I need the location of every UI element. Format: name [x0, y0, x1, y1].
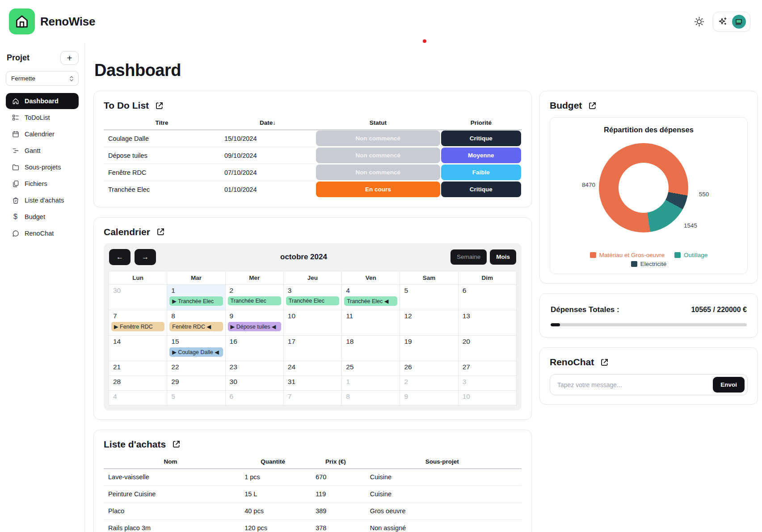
- calendar-event-chip[interactable]: Tranchée Elec: [228, 296, 281, 305]
- calendar-day-cell[interactable]: 5: [167, 390, 225, 405]
- calendar-day-cell[interactable]: 13: [458, 310, 516, 335]
- calendar-week-view-button[interactable]: Semaine: [450, 249, 487, 265]
- calendar-day-cell[interactable]: 6: [225, 390, 283, 405]
- calendar-day-cell[interactable]: 11: [342, 310, 400, 335]
- sidebar-item-todolist[interactable]: ToDoList: [6, 110, 79, 126]
- calendar-day-cell[interactable]: 9▶ Dépose tuiles ◀: [225, 310, 283, 335]
- calendar-day-cell[interactable]: 23: [225, 361, 283, 376]
- sidebar-item-calendrier[interactable]: Calendrier: [6, 126, 79, 142]
- calendar-day-cell[interactable]: 20: [458, 335, 516, 361]
- calendar-day-cell[interactable]: 28: [109, 376, 167, 390]
- calendar-event-chip[interactable]: ▶ Fenêtre RDC: [111, 322, 164, 331]
- calendar-event-chip[interactable]: Tranchée Elec: [286, 296, 339, 305]
- sidebar-item-renochat[interactable]: RenoChat: [6, 225, 79, 241]
- column-header[interactable]: Prix (€): [308, 455, 363, 469]
- calendar-day-cell[interactable]: 2Tranchée Elec: [225, 284, 283, 310]
- calendar-day-cell[interactable]: 9: [400, 390, 458, 405]
- calendar-day-cell[interactable]: 19: [400, 335, 458, 361]
- calendar-event-chip[interactable]: ▶ Dépose tuiles ◀: [228, 322, 281, 331]
- calendar-day-cell[interactable]: 24: [283, 361, 341, 376]
- calendar-day-cell[interactable]: 30: [109, 284, 167, 310]
- calendar-day-cell[interactable]: 6: [458, 284, 516, 310]
- project-select[interactable]: Fermette: [6, 71, 79, 86]
- column-header[interactable]: Statut: [316, 116, 441, 130]
- day-number: 22: [171, 363, 225, 371]
- account-pill: [713, 12, 750, 32]
- column-header[interactable]: Date↓: [220, 116, 316, 130]
- weekday-header: Ven: [342, 271, 400, 284]
- calendar-day-cell[interactable]: 29: [167, 376, 225, 390]
- chat-send-button[interactable]: Envoi: [713, 377, 745, 393]
- todo-title: Fenêtre RDC: [104, 164, 220, 181]
- calendar-event-chip[interactable]: ▶ Tranchée Elec: [169, 296, 223, 306]
- sidebar-item-dashboard[interactable]: Dashboard: [6, 93, 79, 109]
- renochat-card: RenoChat Envoi: [539, 347, 758, 405]
- calendar-day-cell[interactable]: 26: [400, 361, 458, 376]
- calendar-day-cell[interactable]: 10: [283, 310, 341, 335]
- column-header[interactable]: Quantité: [237, 455, 308, 469]
- legend-item: Matériau et Gros-oeuvre: [590, 252, 665, 258]
- external-link-icon[interactable]: [155, 101, 164, 110]
- calendar-day-cell[interactable]: 7▶ Fenêtre RDC: [109, 310, 167, 335]
- calendar-day-cell[interactable]: 15▶ Coulage Dalle ◀: [167, 335, 225, 361]
- column-header[interactable]: Priorité: [441, 116, 522, 130]
- totals-card: Dépenses Totales : 10565 / 220000 €: [539, 293, 758, 338]
- calendar-day-cell[interactable]: 18: [342, 335, 400, 361]
- calendar-day-cell[interactable]: 4: [109, 390, 167, 405]
- external-link-icon[interactable]: [172, 439, 181, 449]
- column-header[interactable]: Nom: [104, 455, 237, 469]
- calendar-prev-button[interactable]: ←: [109, 249, 131, 265]
- assistant-button[interactable]: [717, 17, 728, 27]
- calendar-day-cell[interactable]: 2: [400, 376, 458, 390]
- calendar-day-cell[interactable]: 3: [458, 376, 516, 390]
- sidebar-item-label: Liste d'achats: [25, 197, 64, 204]
- calendar-card-title: Calendrier: [104, 227, 150, 237]
- column-header[interactable]: Sous-projet: [363, 455, 522, 469]
- calendar-day-cell[interactable]: 30: [225, 376, 283, 390]
- calendar-day-cell[interactable]: 27: [458, 361, 516, 376]
- calendar-day-cell[interactable]: 21: [109, 361, 167, 376]
- sidebar-item-gantt[interactable]: Gantt: [6, 143, 79, 159]
- column-header[interactable]: Titre: [104, 116, 220, 130]
- external-link-icon[interactable]: [588, 101, 597, 110]
- calendar-panel: ← → octobre 2024 Semaine Mois LunMarMerJ…: [104, 243, 522, 410]
- calendar-next-button[interactable]: →: [135, 249, 156, 265]
- external-link-icon[interactable]: [600, 358, 609, 367]
- calendar-event-chip[interactable]: ▶ Coulage Dalle ◀: [169, 347, 223, 357]
- calendar-day-cell[interactable]: 1: [342, 376, 400, 390]
- calendar-day-cell[interactable]: 12: [400, 310, 458, 335]
- sidebar-item-sous-projets[interactable]: Sous-projets: [6, 159, 79, 175]
- day-number: 19: [404, 338, 458, 346]
- avatar[interactable]: [732, 15, 746, 29]
- day-number: 13: [463, 312, 516, 320]
- calendar-event-chip[interactable]: Tranchée Elec ◀: [344, 296, 397, 306]
- calendar-day-cell[interactable]: 16: [225, 335, 283, 361]
- sidebar-item-budget[interactable]: $Budget: [6, 209, 79, 225]
- calendar-day-cell[interactable]: 1▶ Tranchée Elec: [167, 284, 225, 310]
- calendar-day-cell[interactable]: 8: [342, 390, 400, 405]
- calendar-day-cell[interactable]: 5: [400, 284, 458, 310]
- calendar-day-cell[interactable]: 14: [109, 335, 167, 361]
- sidebar-item-liste-d-achats[interactable]: Liste d'achats: [6, 192, 79, 208]
- calendar-day-cell[interactable]: 8Fenêtre RDC ◀: [167, 310, 225, 335]
- calendar-day-cell[interactable]: 3Tranchée Elec: [283, 284, 341, 310]
- calendar-day-cell[interactable]: 22: [167, 361, 225, 376]
- chat-message-input[interactable]: [553, 378, 713, 392]
- calendar-day-cell[interactable]: 10: [458, 390, 516, 405]
- todo-icon: [11, 114, 20, 122]
- calendar-day-cell[interactable]: 25: [342, 361, 400, 376]
- calendar-event-chip[interactable]: Fenêtre RDC ◀: [169, 322, 223, 331]
- home-icon: [11, 97, 20, 105]
- day-number: 11: [346, 312, 400, 320]
- calendar-day-cell[interactable]: 7: [283, 390, 341, 405]
- day-number: 30: [113, 287, 167, 295]
- status-badge: En cours: [316, 182, 440, 197]
- theme-toggle-button[interactable]: [694, 16, 705, 27]
- calendar-day-cell[interactable]: 4Tranchée Elec ◀: [342, 284, 400, 310]
- calendar-day-cell[interactable]: 17: [283, 335, 341, 361]
- external-link-icon[interactable]: [156, 227, 165, 236]
- add-project-button[interactable]: +: [60, 51, 79, 65]
- calendar-month-view-button[interactable]: Mois: [490, 249, 516, 265]
- sidebar-item-fichiers[interactable]: Fichiers: [6, 176, 79, 192]
- calendar-day-cell[interactable]: 31: [283, 376, 341, 390]
